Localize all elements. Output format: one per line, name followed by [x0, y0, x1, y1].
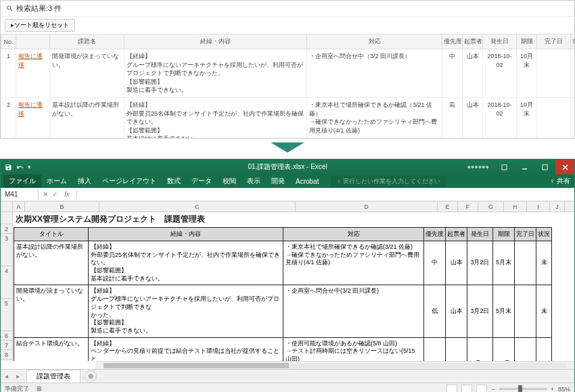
- share-button[interactable]: ♀ 共有: [550, 176, 570, 186]
- sheet-nav-prev[interactable]: ◂: [1, 372, 12, 380]
- zoom-in-button[interactable]: +: [551, 386, 554, 393]
- row-header[interactable]: 6: [1, 331, 12, 341]
- col-header[interactable]: 経緯・内容: [89, 228, 283, 241]
- col-header[interactable]: C: [99, 201, 296, 212]
- col-header[interactable]: 状況: [536, 228, 552, 241]
- horizontal-scrollbar[interactable]: [95, 361, 574, 369]
- col-header[interactable]: 期限: [517, 34, 537, 49]
- search-icon: [6, 5, 14, 12]
- tab-home[interactable]: ホーム: [41, 174, 72, 188]
- status-bar: 準備完了 ⊞ − + 85%: [1, 383, 574, 392]
- excel-window: ▾ 01.課題管理表.xlsx - Excel ●●●●●● ファイル ホーム …: [0, 159, 575, 392]
- col-header[interactable]: E: [438, 201, 458, 212]
- view-break-button[interactable]: [476, 385, 487, 393]
- view-layout-button[interactable]: [461, 385, 472, 393]
- col-header[interactable]: 課題名: [50, 34, 124, 49]
- tab-dev[interactable]: 開発: [266, 174, 290, 188]
- col-header[interactable]: タイトル: [14, 228, 89, 241]
- col-header[interactable]: F: [458, 201, 478, 212]
- row-header[interactable]: 3: [1, 234, 12, 266]
- maximize-button[interactable]: [535, 160, 554, 174]
- col-header[interactable]: G: [478, 201, 504, 212]
- search-results-panel: 検索結果:3 件 ▸ソート順をリセット No.課題名経緯・内容対応優先度起票者発…: [0, 0, 575, 139]
- col-header[interactable]: 優先度: [424, 228, 446, 241]
- svg-rect-2: [522, 168, 526, 169]
- col-header[interactable]: [16, 34, 50, 49]
- tab-file[interactable]: ファイル: [3, 174, 41, 188]
- ribbon-tabs: ファイル ホーム 挿入 ページレイアウト 数式 データ 校閲 表示 開発 Acr…: [1, 174, 574, 188]
- svg-marker-0: [271, 143, 304, 153]
- col-header[interactable]: J: [550, 201, 565, 212]
- row-headers: 23456789: [1, 212, 13, 361]
- doc-title: 次期XX管理システム開発プロジェクト 課題管理表: [13, 212, 574, 226]
- minimize-button[interactable]: [515, 160, 534, 174]
- tab-acrobat[interactable]: Acrobat: [290, 176, 324, 187]
- row-header[interactable]: 5: [1, 299, 12, 331]
- save-icon[interactable]: [5, 164, 12, 171]
- col-header[interactable]: 優先度: [442, 34, 463, 49]
- col-header[interactable]: 完了日: [537, 34, 571, 49]
- col-header[interactable]: 期限: [493, 228, 515, 241]
- results-table: No.課題名経緯・内容対応優先度起票者発生日期限完了日状況 1報告に遷移開発環境…: [1, 34, 575, 139]
- close-button[interactable]: [555, 160, 574, 174]
- reset-sort-button[interactable]: ▸ソート順をリセット: [5, 19, 75, 32]
- tab-formula[interactable]: 数式: [162, 174, 186, 188]
- col-header[interactable]: 起票者: [446, 228, 467, 241]
- table-row[interactable]: 1報告に遷移開発環境が決まっていない。【経緯】 グループ標準にないアーキテクチャ…: [1, 49, 576, 98]
- table-row[interactable]: 基本設計以降の作業場所がない。【経緯】 外部要員25名体制でオンサイト予定だが、…: [14, 241, 552, 285]
- sheet-area: ABCDEFGHIJ 23456789 次期XX管理システム開発プロジェクト 課…: [1, 201, 574, 361]
- report-link[interactable]: 報告に遷移: [18, 101, 43, 117]
- row-header[interactable]: 2: [1, 224, 12, 234]
- add-sheet-button[interactable]: ⊕: [85, 370, 97, 383]
- col-header[interactable]: 発生日: [467, 228, 493, 241]
- col-header[interactable]: A: [13, 201, 25, 212]
- table-row[interactable]: 2報告に遷移基本設計以降の作業場所がない。【経緯】 外部要員25名体制でオンサイ…: [1, 97, 576, 139]
- tab-view[interactable]: 表示: [242, 174, 266, 188]
- col-header[interactable]: 状況: [571, 34, 576, 49]
- view-normal-button[interactable]: [446, 385, 457, 393]
- user-label: ●●●●●●: [467, 164, 493, 170]
- col-header[interactable]: 完了日: [515, 228, 536, 241]
- cancel-icon[interactable]: ✕: [43, 191, 48, 198]
- svg-rect-1: [501, 164, 506, 169]
- confirm-icon[interactable]: ✓: [52, 191, 58, 198]
- col-header[interactable]: 発生日: [483, 34, 517, 49]
- search-count: 検索結果:3 件: [16, 3, 62, 14]
- table-row[interactable]: 開発環境が決まっていない。【経緯】 グループ標準にないアーキテクチャを採用したい…: [14, 285, 552, 337]
- col-header[interactable]: 起票者: [463, 34, 483, 49]
- select-all-corner[interactable]: [1, 201, 13, 212]
- tab-layout[interactable]: ページレイアウト: [97, 174, 162, 188]
- formula-bar: M41 ✕ ✓ fx: [1, 188, 574, 201]
- zoom-level[interactable]: 85%: [558, 386, 570, 393]
- col-header[interactable]: 対応: [307, 34, 442, 49]
- row-header[interactable]: 4: [1, 266, 12, 299]
- row-header[interactable]: 9: [1, 360, 12, 361]
- tab-insert[interactable]: 挿入: [72, 174, 97, 188]
- sheet-nav-next[interactable]: ▸: [12, 372, 24, 380]
- table-row[interactable]: 結合テスト環境がない。【経緯】 ベンダーからの見積り前提では結合テスト環境は当社…: [14, 337, 552, 361]
- col-header[interactable]: D: [296, 201, 438, 212]
- col-header[interactable]: I: [527, 201, 550, 212]
- col-header[interactable]: B: [25, 201, 99, 212]
- col-header[interactable]: H: [504, 201, 527, 212]
- col-header[interactable]: 経緯・内容: [124, 34, 307, 49]
- search-header: 検索結果:3 件: [1, 1, 574, 17]
- fx-icon[interactable]: fx: [62, 191, 72, 198]
- tab-data[interactable]: データ: [186, 174, 217, 188]
- row-header[interactable]: 8: [1, 350, 12, 360]
- svg-rect-3: [542, 164, 547, 169]
- row-header[interactable]: 7: [1, 341, 12, 350]
- name-box[interactable]: M41: [1, 189, 39, 199]
- row-header[interactable]: [1, 212, 12, 224]
- zoom-slider[interactable]: [499, 388, 547, 390]
- report-link[interactable]: 報告に遷移: [18, 53, 43, 68]
- sheet-tab[interactable]: 課題管理表: [26, 370, 80, 383]
- undo-icon[interactable]: [16, 164, 24, 171]
- col-header[interactable]: 対応: [283, 228, 424, 241]
- col-header[interactable]: No.: [1, 34, 16, 49]
- tab-review[interactable]: 校閲: [217, 174, 242, 188]
- tell-me-hint[interactable]: ♀ 実行したい作業を入力してください: [331, 176, 445, 187]
- sheet-tabs-bar: ◂ ▸ 課題管理表 ⊕: [1, 369, 574, 383]
- zoom-out-button[interactable]: −: [491, 386, 495, 393]
- ribbon-opts-icon[interactable]: [495, 160, 513, 174]
